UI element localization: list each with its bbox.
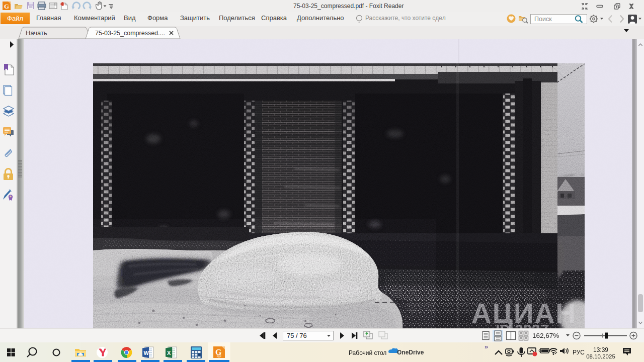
- svg-text:75-03-25_compressed....: 75-03-25_compressed....: [95, 30, 165, 37]
- svg-text:162,67%: 162,67%: [532, 332, 559, 339]
- svg-text:75 / 76: 75 / 76: [287, 332, 307, 339]
- svg-text:PDF: PDF: [217, 355, 221, 358]
- svg-text:»: »: [485, 343, 488, 350]
- svg-text:X: X: [167, 350, 171, 356]
- svg-text:W: W: [144, 350, 149, 356]
- svg-text:Начать: Начать: [26, 29, 47, 37]
- svg-text:Поиск: Поиск: [534, 16, 552, 23]
- svg-text:G: G: [4, 3, 9, 10]
